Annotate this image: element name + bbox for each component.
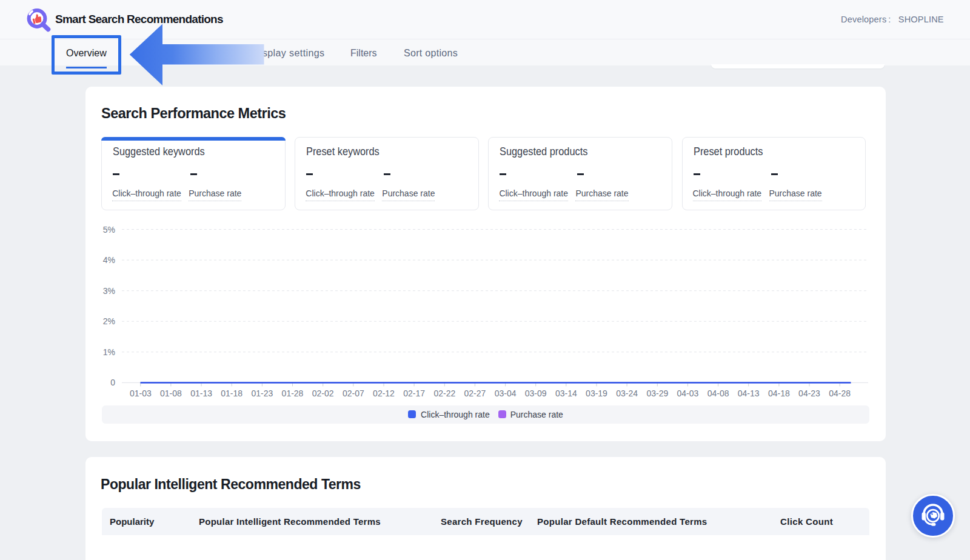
- svg-text:03-19: 03-19: [586, 388, 607, 398]
- svg-text:01-23: 01-23: [251, 388, 273, 398]
- svg-text:01-28: 01-28: [282, 388, 304, 398]
- svg-text:02-17: 02-17: [403, 388, 425, 398]
- svg-text:02-27: 02-27: [464, 388, 486, 398]
- svg-text:02-02: 02-02: [312, 388, 334, 398]
- svg-text:2%: 2%: [103, 316, 115, 326]
- svg-text:02-07: 02-07: [343, 388, 364, 398]
- svg-text:04-08: 04-08: [707, 388, 729, 398]
- svg-text:04-03: 04-03: [677, 388, 698, 398]
- svg-text:03-09: 03-09: [525, 388, 547, 398]
- svg-text:01-08: 01-08: [160, 388, 182, 398]
- svg-text:03-04: 03-04: [495, 388, 517, 398]
- svg-text:03-14: 03-14: [555, 388, 577, 398]
- svg-text:03-24: 03-24: [616, 388, 638, 398]
- svg-text:0: 0: [110, 378, 115, 387]
- svg-text:02-12: 02-12: [373, 388, 395, 398]
- svg-text:01-03: 01-03: [130, 388, 152, 398]
- svg-text:3%: 3%: [103, 286, 115, 296]
- svg-text:5%: 5%: [103, 225, 115, 235]
- svg-text:04-18: 04-18: [768, 388, 790, 398]
- svg-text:02-22: 02-22: [433, 388, 455, 398]
- svg-text:1%: 1%: [103, 347, 115, 357]
- svg-text:4%: 4%: [103, 255, 115, 265]
- svg-text:01-18: 01-18: [221, 388, 242, 398]
- svg-text:03-29: 03-29: [646, 388, 668, 398]
- svg-text:04-13: 04-13: [738, 388, 760, 398]
- svg-text:04-28: 04-28: [829, 388, 851, 398]
- svg-text:01-13: 01-13: [190, 388, 212, 398]
- svg-text:04-23: 04-23: [798, 388, 820, 398]
